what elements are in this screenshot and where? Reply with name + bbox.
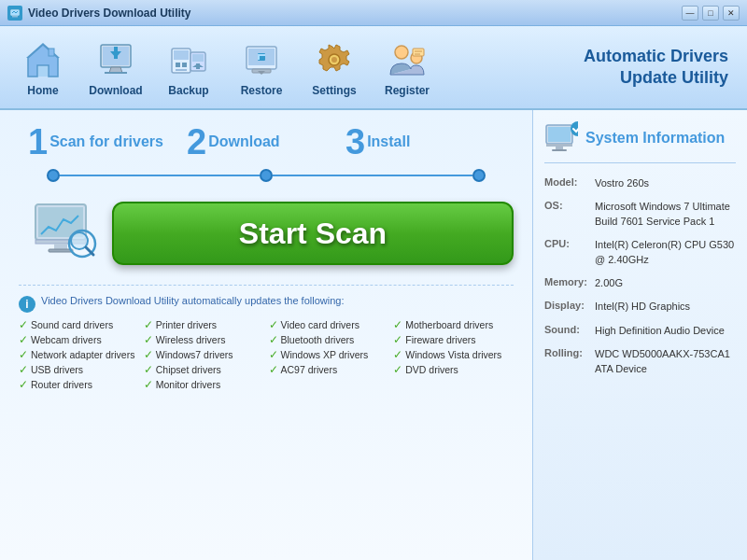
steps-row: 1 Scan for drivers 2 Download 3 Install xyxy=(19,124,514,160)
driver-item: ✓Webcam drivers xyxy=(19,333,139,346)
download-label: Download xyxy=(89,84,142,97)
restore-icon xyxy=(239,37,284,82)
check-icon: ✓ xyxy=(393,363,402,376)
home-icon xyxy=(21,37,65,82)
check-icon: ✓ xyxy=(19,333,28,346)
sys-info-row: Model:Vostro 260s xyxy=(544,176,736,190)
brand-text: Automatic Drivers Update Utility xyxy=(584,46,738,90)
sys-info-value: Vostro 260s xyxy=(595,176,649,190)
step-1-number: 1 xyxy=(28,124,48,160)
check-icon: ✓ xyxy=(144,333,153,346)
svg-rect-12 xyxy=(114,47,118,59)
svg-rect-37 xyxy=(49,249,73,252)
sys-info-row: OS:Microsoft Windows 7 Ultimate Build 76… xyxy=(544,200,736,229)
driver-item: ✓AC97 drivers xyxy=(269,363,389,376)
driver-item: ✓Sound card drivers xyxy=(19,318,139,331)
sys-info-rows: Model:Vostro 260sOS:Microsoft Windows 7 … xyxy=(544,176,736,376)
driver-item: ✓Router drivers xyxy=(19,378,139,391)
svg-rect-14 xyxy=(174,50,189,60)
window-title: Video Drivers Download Utility xyxy=(28,7,682,20)
step-2: 2 Download xyxy=(187,124,345,160)
register-label: Register xyxy=(385,84,430,97)
step-3-label: Install xyxy=(367,133,410,150)
check-icon: ✓ xyxy=(19,378,28,391)
minimize-button[interactable]: — xyxy=(682,6,698,21)
check-icon: ✓ xyxy=(269,348,278,361)
settings-label: Settings xyxy=(312,84,356,97)
progress-segment-1 xyxy=(60,175,260,176)
toolbar-download[interactable]: Download xyxy=(82,33,149,102)
driver-item: ✓Windows Vista drivers xyxy=(393,348,514,361)
progress-dot-3 xyxy=(472,169,486,182)
restore-label: Restore xyxy=(241,84,283,97)
backup-label: Backup xyxy=(168,84,208,97)
backup-icon xyxy=(166,37,211,82)
settings-icon xyxy=(312,37,357,82)
svg-rect-20 xyxy=(196,63,200,69)
sys-info-key: Rolling: xyxy=(544,347,589,376)
sys-info-title: System Information xyxy=(585,130,725,147)
sys-info-key: Memory: xyxy=(544,276,589,290)
check-icon: ✓ xyxy=(144,378,153,391)
toolbar-register[interactable]: Register xyxy=(374,33,441,102)
sys-info-key: Display: xyxy=(544,300,589,314)
driver-item: ✓Fireware drivers xyxy=(393,333,514,346)
sys-info-value: Microsoft Windows 7 Ultimate Build 7601 … xyxy=(595,200,736,229)
driver-item: ✓Video card drivers xyxy=(269,318,389,331)
start-scan-button[interactable]: Start Scan xyxy=(112,202,514,265)
progress-dot-1 xyxy=(47,169,60,182)
driver-item: ✓Windows7 drivers xyxy=(144,348,264,361)
driver-item: ✓Bluetooth drivers xyxy=(269,333,389,346)
svg-rect-15 xyxy=(176,63,180,67)
svg-rect-1 xyxy=(12,16,18,18)
svg-rect-17 xyxy=(176,69,187,71)
restore-button[interactable]: □ xyxy=(702,6,719,21)
svg-rect-16 xyxy=(182,63,187,67)
info-icon: i xyxy=(19,296,35,313)
title-bar: Video Drivers Download Utility — □ ✕ xyxy=(0,0,747,26)
main-content: 1 Scan for drivers 2 Download 3 Install xyxy=(0,110,747,560)
progress-dot-2 xyxy=(260,169,273,182)
svg-rect-36 xyxy=(54,244,67,249)
step-2-label: Download xyxy=(208,133,279,150)
register-icon xyxy=(385,37,430,82)
toolbar-restore[interactable]: Restore xyxy=(228,33,295,102)
sys-info-header: System Information xyxy=(544,121,736,163)
left-panel: 1 Scan for drivers 2 Download 3 Install xyxy=(0,110,532,560)
check-icon: ✓ xyxy=(19,318,28,331)
svg-rect-19 xyxy=(192,54,204,62)
svg-point-27 xyxy=(331,57,337,63)
download-icon xyxy=(93,37,138,82)
check-icon: ✓ xyxy=(144,348,153,361)
toolbar-home[interactable]: Home xyxy=(9,33,77,102)
svg-point-28 xyxy=(395,46,408,59)
driver-item xyxy=(269,378,389,391)
toolbar-settings[interactable]: Settings xyxy=(301,33,368,102)
info-section: i Video Drivers Download Utility automat… xyxy=(19,285,514,391)
step-3-number: 3 xyxy=(345,124,365,160)
driver-item xyxy=(393,378,514,391)
driver-item: ✓DVD drivers xyxy=(393,363,514,376)
system-info-icon xyxy=(544,121,578,155)
check-icon: ✓ xyxy=(269,333,278,346)
svg-rect-6 xyxy=(49,49,54,56)
home-label: Home xyxy=(27,84,58,97)
check-icon: ✓ xyxy=(393,333,402,346)
driver-item: ✓Monitor drivers xyxy=(144,378,264,391)
sys-info-value: High Definition Audio Device xyxy=(595,324,725,338)
close-button[interactable]: ✕ xyxy=(723,6,740,21)
check-icon: ✓ xyxy=(393,348,402,361)
check-icon: ✓ xyxy=(144,363,153,376)
driver-item: ✓Printer drivers xyxy=(144,318,264,331)
progress-segment-2 xyxy=(273,175,472,176)
driver-item: ✓Windows XP drivers xyxy=(269,348,389,361)
sys-info-row: Memory:2.00G xyxy=(544,276,736,290)
toolbar-backup[interactable]: Backup xyxy=(155,33,222,102)
driver-item: ✓Network adapter drivers xyxy=(19,348,139,361)
window-controls: — □ ✕ xyxy=(682,6,740,21)
sys-info-row: Sound:High Definition Audio Device xyxy=(544,324,736,338)
sys-info-key: CPU: xyxy=(544,238,589,267)
step-3: 3 Install xyxy=(345,124,504,160)
sys-info-value: WDC WD5000AAKX-753CA1 ATA Device xyxy=(595,347,736,376)
check-icon: ✓ xyxy=(19,348,28,361)
